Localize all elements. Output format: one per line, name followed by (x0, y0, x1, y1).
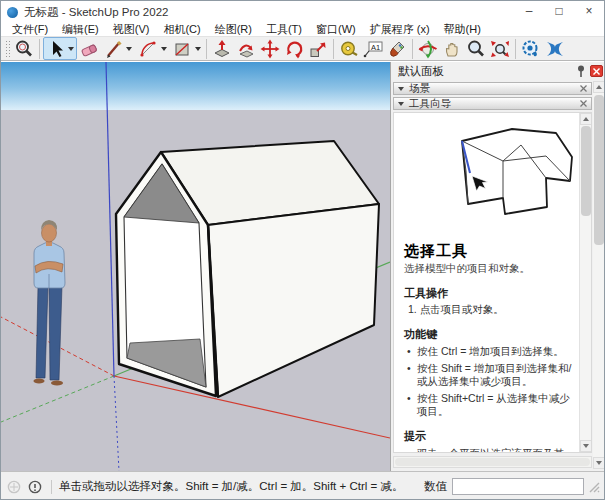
rectangle-tool-button[interactable] (169, 37, 203, 60)
close-x-icon (593, 68, 600, 75)
scroll-up-icon[interactable] (580, 113, 592, 125)
menu-file[interactable]: 文件(F) (5, 22, 55, 37)
sky (1, 62, 390, 110)
help-info-icon[interactable] (28, 480, 42, 494)
menu-view[interactable]: 视图(V) (106, 22, 157, 37)
person-left-sandal (34, 379, 45, 384)
section-expand-icon[interactable] (398, 87, 404, 91)
scroll-down-icon[interactable] (593, 457, 605, 469)
tray-close-button[interactable] (590, 65, 603, 77)
statusbar-divider (51, 480, 52, 494)
menu-extensions[interactable]: 扩展程序 (x) (363, 22, 437, 37)
scrollbar-thumb[interactable] (594, 95, 604, 245)
geolocation-icon[interactable] (7, 480, 21, 494)
main-toolbar: A1 (1, 36, 604, 61)
model-scene (1, 62, 390, 471)
tray-header: 默认面板 (391, 62, 605, 80)
follow-me-icon[interactable] (234, 37, 258, 60)
minimize-button[interactable]: – (514, 1, 544, 23)
instructor-scrollbar[interactable] (579, 113, 591, 452)
zoom-extents-icon[interactable] (488, 37, 512, 60)
push-pull-icon[interactable] (210, 37, 234, 60)
statusbar-hint: 单击或拖动以选择对象。Shift = 加/减。Ctrl = 加。Shift + … (59, 479, 403, 494)
instructor-content: 选择工具 选择模型中的项目和对象。 工具操作 1. 点击项目或对象。 功能键 按… (394, 113, 579, 452)
default-tray: 默认面板 场景 工具向导 (390, 62, 605, 471)
measurements-input[interactable] (452, 478, 584, 495)
svg-text:A1: A1 (371, 42, 380, 51)
modifier-list: 按住 Ctrl = 增加项目到选择集。 按住 Shift = 增加项目到选择集和… (404, 345, 573, 419)
menu-camera[interactable]: 相机(C) (156, 22, 207, 37)
line-tool-button[interactable] (101, 37, 135, 60)
text-tool-icon[interactable]: A1 (361, 37, 385, 60)
person-right-sandal (51, 381, 63, 386)
arc-tool-button[interactable] (135, 37, 169, 60)
status-bar: 单击或拖动以选择对象。Shift = 加/减。Ctrl = 加。Shift + … (1, 471, 604, 500)
pencil-icon (105, 39, 123, 59)
menu-window[interactable]: 窗口(W) (309, 22, 363, 37)
section-close-icon[interactable] (580, 100, 587, 107)
toolbar-grip[interactable] (5, 40, 10, 58)
resize-grip-icon[interactable] (588, 481, 600, 493)
scroll-down-icon[interactable] (580, 440, 592, 452)
extension-warehouse-icon[interactable] (519, 37, 543, 60)
modifier-title: 功能键 (404, 327, 573, 342)
rectangle-icon (172, 39, 192, 59)
eraser-icon[interactable] (77, 37, 101, 60)
instructor-subtitle: 选择模型中的项目和对象。 (404, 262, 573, 276)
select-dropdown-caret[interactable] (68, 47, 74, 51)
operation-step: 1. 点击项目或对象。 (408, 303, 573, 317)
close-button[interactable]: × (574, 1, 604, 23)
section-scenes-label: 场景 (409, 82, 430, 96)
operation-title: 工具操作 (404, 286, 573, 301)
modifier-item: 按住 Shift = 增加项目到选择集和/或从选择集中减少项目。 (404, 362, 573, 389)
zoom-icon[interactable] (464, 37, 488, 60)
sketchup-logo-icon (7, 7, 18, 18)
orbit-icon[interactable] (416, 37, 440, 60)
tray-scrollbar[interactable] (593, 81, 605, 469)
illustration-house-outline (462, 129, 572, 214)
model-viewport[interactable] (1, 62, 390, 471)
menu-help[interactable]: 帮助(H) (437, 22, 488, 37)
instructor-heading: 选择工具 (404, 242, 573, 261)
tray-section-scenes[interactable]: 场景 (393, 82, 592, 95)
scroll-up-icon[interactable] (593, 81, 605, 93)
tape-measure-icon[interactable] (337, 37, 361, 60)
menu-tools[interactable]: 工具(T) (259, 22, 309, 37)
paint-bucket-icon[interactable] (385, 37, 409, 60)
select-arrow-icon (47, 39, 65, 59)
move-icon[interactable] (258, 37, 282, 60)
tray-section-instructor[interactable]: 工具向导 (393, 97, 592, 110)
3d-warehouse-icon[interactable] (543, 37, 567, 60)
person-head (42, 224, 57, 242)
menu-edit[interactable]: 编辑(E) (55, 22, 106, 37)
arc-dropdown-caret[interactable] (161, 47, 167, 51)
menu-draw[interactable]: 绘图(R) (208, 22, 259, 37)
tray-title: 默认面板 (398, 64, 575, 79)
section-expand-icon[interactable] (398, 102, 404, 106)
scrollbar-thumb[interactable] (581, 126, 591, 216)
menu-bar: 文件(F) 编辑(E) 视图(V) 相机(C) 绘图(R) 工具(T) 窗口(W… (1, 23, 604, 36)
select-tool-button[interactable] (43, 37, 77, 60)
rotate-icon[interactable] (282, 37, 306, 60)
arc-icon (138, 39, 158, 59)
instructor-illustration (406, 119, 579, 231)
rectangle-dropdown-caret[interactable] (195, 47, 201, 51)
measurements-label: 数值 (424, 479, 447, 494)
tip-item: 双击一个平面以选定该平面及其所有边线。 (404, 447, 573, 453)
zoom-tool-icon[interactable] (12, 37, 36, 60)
sketchup-window: 无标题 - SketchUp Pro 2022 – □ × 文件(F) 编辑(E… (0, 0, 605, 500)
tips-list: 双击一个平面以选定该平面及其所有边线。 双击一条边线以选定该边线及与其共享的平面… (404, 447, 573, 453)
section-instructor-label: 工具向导 (409, 97, 451, 111)
pin-icon[interactable] (575, 64, 587, 78)
modifier-item: 按住 Shift+Ctrl = 从选择集中减少项目。 (404, 392, 573, 419)
pan-icon[interactable] (440, 37, 464, 60)
section-close-icon[interactable] (580, 85, 587, 92)
modifier-item: 按住 Ctrl = 增加项目到选择集。 (404, 345, 573, 359)
instructor-horizontal-scrollbar[interactable] (393, 456, 592, 468)
hscrollbar-thumb[interactable] (395, 458, 590, 466)
title-bar: 无标题 - SketchUp Pro 2022 – □ × (1, 1, 604, 23)
window-title: 无标题 - SketchUp Pro 2022 (24, 5, 168, 20)
line-dropdown-caret[interactable] (126, 47, 132, 51)
scale-icon[interactable] (306, 37, 330, 60)
maximize-button[interactable]: □ (544, 1, 574, 23)
